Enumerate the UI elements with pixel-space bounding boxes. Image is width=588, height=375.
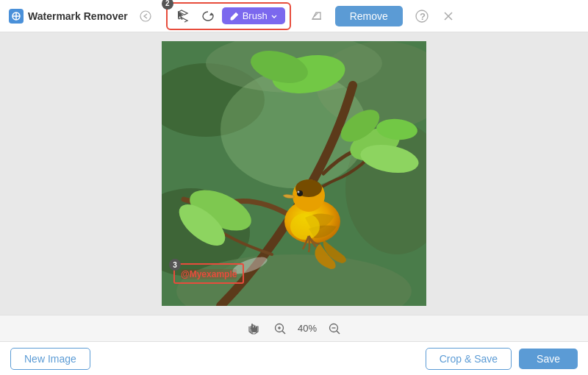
svg-line-34 — [282, 331, 285, 334]
watermark-text: @Myexample — [181, 269, 237, 279]
svg-point-3 — [140, 11, 151, 21]
svg-line-37 — [337, 331, 340, 334]
selection-tools-group: 2 — [166, 2, 291, 30]
app-title: Watermark Remover — [28, 10, 128, 22]
footer-right: Crop & Save Save — [426, 348, 578, 370]
close-button[interactable] — [438, 6, 459, 26]
svg-point-25 — [290, 213, 320, 240]
badge-3: 3 — [169, 259, 181, 271]
erase-tool[interactable] — [306, 6, 328, 26]
remove-button[interactable]: Remove — [335, 6, 403, 26]
app-logo: Watermark Remover — [9, 9, 128, 24]
zoom-percent: 40% — [298, 323, 317, 334]
crop-save-button[interactable]: Crop & Save — [426, 348, 512, 370]
svg-point-29 — [298, 191, 300, 193]
new-image-button[interactable]: New Image — [10, 348, 90, 370]
title-bar-right: ? — [412, 6, 459, 26]
svg-text:?: ? — [420, 11, 426, 22]
zoom-out-button[interactable] — [326, 320, 343, 338]
footer-bar: New Image Crop & Save Save — [0, 341, 588, 375]
main-canvas-area: 3 @Myexample — [0, 32, 588, 315]
title-bar: Watermark Remover 2 — [0, 0, 588, 32]
brush-label: Brush — [243, 10, 268, 21]
rectangle-select-tool[interactable] — [172, 6, 194, 26]
zoom-bar: 40% — [0, 315, 588, 341]
brush-tool[interactable]: Brush — [222, 7, 285, 24]
save-button[interactable]: Save — [519, 349, 578, 369]
zoom-in-button[interactable] — [271, 320, 289, 338]
help-button[interactable]: ? — [412, 6, 432, 26]
watermark-selection[interactable]: 3 @Myexample — [173, 263, 244, 284]
pan-tool[interactable] — [245, 320, 262, 338]
svg-point-4 — [230, 18, 232, 20]
back-button[interactable] — [135, 6, 156, 26]
lasso-tool[interactable] — [197, 6, 219, 26]
app-logo-icon — [9, 9, 24, 24]
image-container: 3 @Myexample — [162, 41, 426, 306]
badge-2: 2 — [162, 0, 173, 10]
title-bar-left: Watermark Remover 2 — [9, 2, 403, 30]
